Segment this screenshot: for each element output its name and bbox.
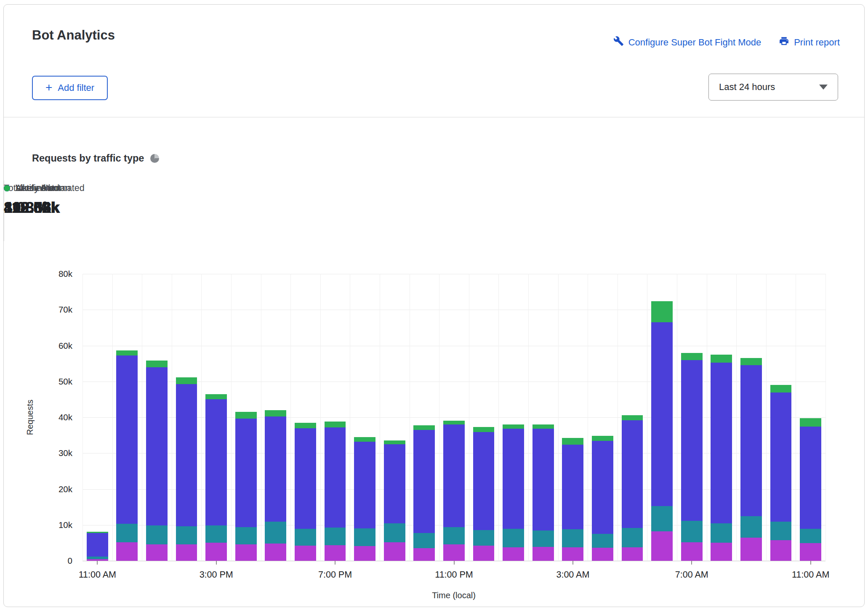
stacked-bar <box>116 350 138 561</box>
bar-segment-likely-automated <box>443 527 465 544</box>
stacked-bar <box>295 423 316 561</box>
bar-group <box>528 274 558 561</box>
bar-segment-likely-human <box>413 430 435 533</box>
bar-group <box>766 274 796 561</box>
bar-segment-likely-automated <box>622 528 643 547</box>
bar-segment-verified-bot <box>800 418 821 427</box>
y-tick-label: 40k <box>33 412 72 422</box>
bar-segment-likely-human <box>651 322 673 506</box>
bar-segment-likely-automated <box>473 530 495 546</box>
configure-link-label: Configure Super Bot Fight Mode <box>628 37 761 48</box>
bar-group <box>736 274 766 561</box>
bar-group <box>201 274 231 561</box>
bar-segment-automated <box>443 544 465 561</box>
bar-segment-likely-human <box>443 424 465 527</box>
bar-segment-verified-bot <box>265 410 286 416</box>
bar-segment-automated <box>533 547 554 561</box>
bar-group <box>350 274 380 561</box>
stacked-bar <box>651 301 673 561</box>
bar-group <box>261 274 291 561</box>
x-tick <box>810 561 811 565</box>
bar-segment-verified-bot <box>413 425 435 430</box>
x-tick-label: 3:00 PM <box>200 570 233 580</box>
bar-segment-verified-bot <box>562 438 583 444</box>
bar-segment-likely-automated <box>592 534 613 548</box>
bar-group <box>410 274 439 561</box>
x-tick-label: 3:00 AM <box>556 570 589 580</box>
bar-segment-automated <box>354 546 375 561</box>
pie-chart-icon <box>150 154 159 163</box>
bar-segment-likely-human <box>176 384 197 526</box>
bar-segment-likely-automated <box>325 528 346 545</box>
bar-segment-likely-human <box>681 360 703 521</box>
bar-segment-verified-bot <box>384 440 405 444</box>
stacked-bar <box>146 361 168 561</box>
bar-segment-likely-automated <box>413 533 435 548</box>
x-tick <box>216 561 217 565</box>
bar-segment-likely-automated <box>711 523 732 542</box>
x-tick-label: 11:00 AM <box>792 570 829 580</box>
bar-segment-verified-bot <box>592 436 613 441</box>
bar-segment-likely-automated <box>295 529 316 546</box>
stacked-bar <box>87 532 108 561</box>
bar-group <box>290 274 320 561</box>
bar-segment-likely-human <box>325 427 346 528</box>
print-link-label: Print report <box>794 37 840 48</box>
stacked-bar <box>533 424 554 561</box>
bar-segment-likely-automated <box>800 529 821 543</box>
stacked-bar <box>800 418 821 561</box>
y-tick-label: 30k <box>33 448 72 458</box>
bar-segment-likely-human <box>354 442 375 528</box>
x-tick <box>454 561 455 565</box>
stacked-bar <box>265 410 286 561</box>
add-filter-button[interactable]: + Add filter <box>32 76 108 100</box>
plot-area: 010k20k30k40k50k60k70k80k11:00 AM3:00 PM… <box>83 274 825 561</box>
bar-segment-likely-automated <box>235 527 257 544</box>
y-tick-label: 80k <box>33 269 72 279</box>
bar-group <box>796 274 825 561</box>
print-report-link[interactable]: Print report <box>779 36 840 49</box>
bar-group <box>498 274 528 561</box>
stacked-bar <box>473 427 495 561</box>
bar-segment-verified-bot <box>235 412 257 419</box>
bot-analytics-card: Bot Analytics Configure Super Bot Fight … <box>3 4 865 607</box>
bar-segment-likely-automated <box>651 506 673 531</box>
stacked-bar <box>503 424 524 561</box>
stacked-bar <box>354 437 375 561</box>
bar-segment-likely-human <box>622 420 643 528</box>
bar-segment-likely-automated <box>384 523 405 542</box>
stacked-bar <box>770 385 792 561</box>
y-tick-label: 50k <box>33 377 72 387</box>
bar-segment-automated <box>711 543 732 561</box>
bar-segment-verified-bot <box>325 422 346 427</box>
x-axis-title: Time (local) <box>432 591 476 600</box>
bar-segment-likely-automated <box>770 522 792 540</box>
bar-segment-automated <box>146 544 168 561</box>
stat-verified-bot: Verified bot 41.38k <box>4 183 61 217</box>
bar-segment-likely-human <box>146 367 168 526</box>
time-range-dropdown[interactable]: Last 24 hours <box>708 74 838 101</box>
bar-group <box>231 274 261 561</box>
bar-segment-likely-human <box>384 444 405 523</box>
bar-segment-likely-human <box>562 445 583 529</box>
stacked-bar <box>235 412 257 561</box>
bar-segment-verified-bot <box>205 394 227 400</box>
bar-segment-automated <box>235 544 257 561</box>
bar-segment-likely-human <box>205 399 227 525</box>
bar-segment-automated <box>800 543 821 561</box>
bar-segment-likely-automated <box>205 525 227 543</box>
bar-group <box>588 274 618 561</box>
stacked-bar <box>176 377 197 561</box>
bar-segment-likely-human <box>473 432 495 530</box>
bar-segment-likely-automated <box>146 525 168 544</box>
x-tick <box>97 561 98 565</box>
time-range-value: Last 24 hours <box>719 82 775 93</box>
bar-segment-automated <box>562 547 583 561</box>
add-filter-label: Add filter <box>58 82 94 93</box>
plus-icon: + <box>45 82 52 93</box>
x-tick-label: 11:00 AM <box>79 570 116 580</box>
section-title-row: Requests by traffic type <box>32 153 159 164</box>
configure-super-bot-fight-mode-link[interactable]: Configure Super Bot Fight Mode <box>613 36 761 49</box>
bar-segment-automated <box>681 542 703 561</box>
stacked-bar <box>592 436 613 561</box>
